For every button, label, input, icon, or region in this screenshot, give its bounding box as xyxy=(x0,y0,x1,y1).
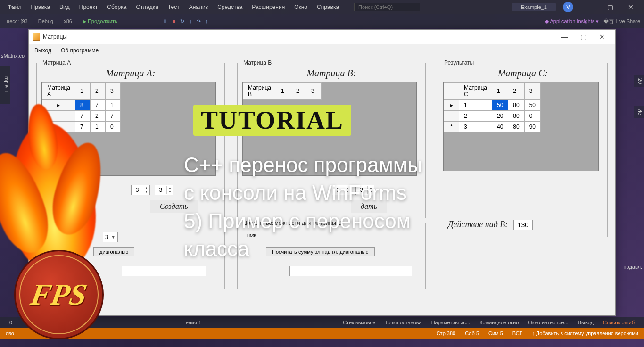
tab-callstack[interactable]: Стек вызовов xyxy=(343,320,375,325)
menu-view[interactable]: Вид xyxy=(56,2,74,12)
groupbox-matrix-b: Матрица B Матрица B: Матрица B123 ▲▼ ▲▼ … xyxy=(237,63,426,218)
matrix-c-header: Матрица C: xyxy=(443,68,603,79)
diag-a-button[interactable]: диагональю xyxy=(93,247,134,256)
app-insights[interactable]: ◆ Application Insights ▾ xyxy=(545,18,599,25)
group-b-title: Матрица B xyxy=(241,59,273,66)
menu-edit[interactable]: Правка xyxy=(27,2,54,12)
debug-config[interactable]: Debug xyxy=(35,17,56,25)
menu-project[interactable]: Проект xyxy=(75,2,102,12)
wf-maximize-icon[interactable]: ▢ xyxy=(574,33,593,41)
menu-exit[interactable]: Выход xyxy=(34,47,51,54)
wf-close-icon[interactable]: ✕ xyxy=(593,33,611,41)
debug-stop-icon[interactable]: ■ xyxy=(173,18,176,24)
project-title: Example_1 xyxy=(512,3,556,11)
status-vcs[interactable]: ↑ Добавить в систему управления версиями xyxy=(532,330,638,336)
menu-debug[interactable]: Отладка xyxy=(132,2,162,12)
user-avatar[interactable]: V xyxy=(563,2,573,12)
status-ins: ВСТ xyxy=(512,330,522,336)
wf-minimize-icon[interactable]: — xyxy=(555,33,574,41)
groupbox-results: Результаты Матрица C: Матрица C123 ▸1508… xyxy=(438,63,608,237)
tab-errors[interactable]: Список ошиб xyxy=(603,320,635,325)
right-side-tabs: 20 Ис xyxy=(634,75,644,118)
group-a-title: Матрица A xyxy=(41,59,73,66)
step-into-icon[interactable]: ↓ xyxy=(189,18,192,24)
create-b-button[interactable]: дать xyxy=(351,200,387,213)
spinner-b-rows[interactable]: ▲▼ xyxy=(332,185,351,195)
spinner-a-rows[interactable]: ▲▼ xyxy=(131,185,150,195)
group-c-title: Результаты xyxy=(442,59,476,66)
search-input[interactable] xyxy=(354,3,420,11)
status-col: Слб 5 xyxy=(465,330,479,336)
step-over-icon[interactable]: ↷ xyxy=(197,18,201,25)
live-share[interactable]: �百 Live Share xyxy=(603,18,640,25)
bottom-num: 0 xyxy=(9,320,12,325)
winforms-window: Матрицы — ▢ ✕ Выход Об программе Матрица… xyxy=(28,29,616,316)
tab-command[interactable]: Командное окно xyxy=(479,320,519,325)
maximize-icon[interactable]: ▢ xyxy=(601,3,619,11)
create-a-button[interactable]: Создать xyxy=(150,200,198,213)
status-bar: ово Стр 380 Слб 5 Сим 5 ВСТ ↑ Добавить в… xyxy=(0,328,644,339)
bottom-label: ения 1 xyxy=(186,320,201,325)
close-icon[interactable]: ✕ xyxy=(621,3,640,11)
menu-help[interactable]: Справка xyxy=(313,2,343,12)
action-b-label: Действие над B: xyxy=(448,220,508,229)
matrix-a-header: Матрица A: xyxy=(41,68,220,79)
menu-extensions[interactable]: Расширения xyxy=(248,2,289,12)
status-line: Стр 380 xyxy=(437,330,456,336)
spinner-a-cols[interactable]: ▲▼ xyxy=(155,185,173,195)
minimize-icon[interactable]: — xyxy=(580,3,599,11)
right-tab-1[interactable]: 20 xyxy=(634,75,644,87)
winform-menu: Выход Об программе xyxy=(29,44,615,57)
matrix-b-header: Матрица B: xyxy=(242,68,421,79)
tab-output[interactable]: Вывод xyxy=(578,320,594,325)
vs-main-menu: Файл Правка Вид Проект Сборка Отладка Те… xyxy=(0,0,644,14)
fps-logo: FPS xyxy=(14,250,104,339)
app-icon xyxy=(33,33,40,41)
platform-config[interactable]: x86 xyxy=(61,17,75,25)
debug-pause-icon[interactable]: ⏸ xyxy=(163,18,168,24)
suppress-label: подавл. xyxy=(624,264,642,270)
step-out-icon[interactable]: ↑ xyxy=(206,18,208,24)
extra-a-title: матрицы A xyxy=(41,220,73,226)
status-sym: Сим 5 xyxy=(488,330,503,336)
groupbox-matrix-a: Матрица A Матрица A: Матрица A123 ▸871 7… xyxy=(36,63,225,218)
vs-toolbar: цесс: [93 Debug x86 ▶ Продолжить ⏸ ■ ↻ ↓… xyxy=(0,14,644,28)
status-ready: ово xyxy=(6,330,14,336)
menu-analyze[interactable]: Анализ xyxy=(185,2,212,12)
menu-window[interactable]: Окно xyxy=(290,2,311,12)
result-b-field[interactable] xyxy=(289,266,412,276)
tab-immediate[interactable]: Окно интерпре... xyxy=(528,320,568,325)
side-tab[interactable]: mple_1 xyxy=(0,66,10,104)
extra-b-label: нож xyxy=(247,232,256,238)
menu-about[interactable]: Об программе xyxy=(61,47,99,54)
process-label: цесс: [93 xyxy=(4,17,31,25)
groupbox-extra-b: Дополн. возможности для матрицы B нож По… xyxy=(237,223,426,289)
debug-restart-icon[interactable]: ↻ xyxy=(180,18,184,25)
menu-tools[interactable]: Средства xyxy=(214,2,246,12)
menu-file[interactable]: Файл xyxy=(4,2,25,12)
datagrid-c[interactable]: Матрица C123 ▸1508050 220800 *3408090 xyxy=(443,82,599,171)
datagrid-b[interactable]: Матрица B123 xyxy=(242,82,417,176)
tab-exceptions[interactable]: Параметры ис... xyxy=(431,320,471,325)
menu-test[interactable]: Тест xyxy=(164,2,183,12)
right-tab-3[interactable]: Ис xyxy=(634,106,644,117)
action-b-value: 130 xyxy=(513,220,533,230)
window-title: Матрицы xyxy=(43,33,67,40)
tab-breakpoints[interactable]: Точки останова xyxy=(385,320,421,325)
datagrid-a[interactable]: Матрица A123 ▸871 727 710 xyxy=(41,82,216,176)
combo-a[interactable]: 3▼ xyxy=(103,232,118,242)
result-a-field[interactable] xyxy=(122,266,206,276)
continue-button[interactable]: ▶ Продолжить xyxy=(80,17,120,25)
window-titlebar[interactable]: Матрицы — ▢ ✕ xyxy=(29,30,615,44)
extra-b-title: Дополн. возможности для матрицы B xyxy=(241,220,343,226)
editor-tab-file[interactable]: sMatrix.cp xyxy=(1,53,25,58)
diag-b-button[interactable]: Посчитать сумму эл над гл. диагональю xyxy=(266,247,375,256)
menu-build[interactable]: Сборка xyxy=(103,2,130,12)
spinner-b-cols[interactable]: ▲▼ xyxy=(355,185,374,195)
